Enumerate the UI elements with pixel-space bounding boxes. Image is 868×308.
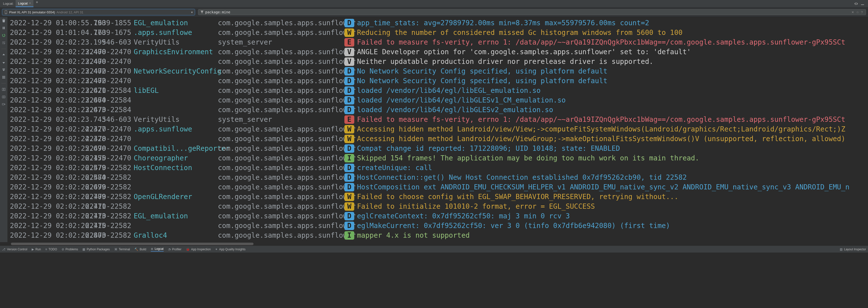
log-package: com.google.samples.apps.sunflower [218,95,342,105]
svg-rect-3 [3,27,3,29]
stack-icon[interactable] [2,75,6,79]
svg-rect-8 [2,88,3,91]
log-timestamp: 2022-12-29 02:02:25.690 [10,144,84,153]
log-row[interactable]: 2022-12-29 02:02:26.71522470-22582com.go… [10,221,868,230]
log-package: com.google.samples.apps.sunflower [218,66,342,76]
screenshot-icon[interactable] [2,95,6,99]
tab-label: Logcat [18,1,28,5]
log-row[interactable]: 2022-12-29 02:02:26.69922470-22582com.go… [10,182,868,192]
down-arrow-icon[interactable] [2,60,6,64]
log-tag: EGL_emulation [134,211,218,221]
add-tab-button[interactable]: + [33,0,40,7]
tab-logcat[interactable]: Logcat × [16,0,33,7]
log-package: com.google.samples.apps.sunflower [218,18,342,28]
status-todo[interactable]: ≡TODO [45,248,57,251]
log-row[interactable]: 2022-12-29 02:02:25.69022470-22470Compat… [10,144,868,153]
log-row[interactable]: 2022-12-29 02:02:23.743546-603VerityUtil… [10,115,868,124]
log-pid: 22470-22470 [84,76,134,86]
log-package: com.google.samples.apps.sunflower [218,192,342,202]
log-row[interactable]: 2022-12-29 02:02:23.199546-603VerityUtil… [10,37,868,47]
log-level-badge: D [344,96,355,104]
status-appinspect[interactable]: 🐞App Inspection [186,248,211,251]
log-area: 2022-12-29 01:00:55.7901639-1855EGL_emul… [0,17,868,242]
split-icon[interactable] [2,87,6,91]
log-pid: 22470-22582 [84,173,134,182]
log-message: Neither updatable production driver nor … [357,57,868,66]
log-level-badge: D [344,77,355,85]
log-package: com.google.samples.apps.sunflower [218,182,342,192]
log-row[interactable]: 2022-12-29 02:02:26.57922470-22582HostCo… [10,163,868,173]
device-selector[interactable]: Pixel XL API 31 (emulator-5554) Android … [2,9,195,16]
log-row[interactable]: 2022-12-29 02:02:23.66422470-22584com.go… [10,95,868,105]
status-logcat[interactable]: ≣Logcat [151,247,164,251]
filter-input[interactable] [205,10,850,14]
log-package: system_server [218,115,342,124]
log-row[interactable]: 2022-12-29 02:02:23.40022470-22470com.go… [10,57,868,66]
log-row[interactable]: 2022-12-29 02:02:26.80322470-22582Grallo… [10,230,868,240]
log-pid: 22470-22582 [84,182,134,192]
status-problems[interactable]: ⊘Problems [62,248,78,251]
trash-icon[interactable] [2,19,6,23]
scroll-end-icon[interactable] [2,68,6,72]
horizontal-scrollbar[interactable] [10,242,868,246]
restart-icon[interactable] [2,33,6,37]
status-appquality[interactable]: ✶App Quality Insights [215,248,246,251]
filter-bar: Pixel XL API 31 (emulator-5554) Android … [0,7,868,17]
log-package: com.google.samples.apps.sunflower [218,144,342,153]
svg-rect-12 [2,103,4,105]
logcat-header: Logcat: Logcat × + [0,0,868,7]
pause-icon[interactable] [2,26,6,30]
record-icon[interactable] [2,102,6,106]
help-icon[interactable]: ? [861,10,863,14]
log-row[interactable]: 2022-12-29 02:02:26.71122470-22582com.go… [10,202,868,211]
log-message: Accessing hidden method Landroid/view/Vi… [357,124,868,134]
log-level-badge: W [344,135,355,143]
log-row[interactable]: 2022-12-29 01:01:04.7701639-1675.apps.su… [10,28,868,37]
log-row[interactable]: 2022-12-29 02:02:26.15522470-22470Choreo… [10,153,868,163]
log-message: Reducing the number of considered missed… [357,28,868,37]
log-message: createUnique: call [357,163,868,173]
wrap-icon[interactable] [2,41,6,45]
log-row[interactable]: 2022-12-29 02:02:26.71322470-22582EGL_em… [10,211,868,221]
log-tag: HostConnection [134,163,218,173]
log-pid: 22470-22470 [84,124,134,134]
log-row[interactable]: 2022-12-29 02:02:23.40222470-22470Networ… [10,66,868,76]
status-pypkg[interactable]: ▦Python Packages [83,248,110,251]
status-vcs[interactable]: ⎇Version Control [2,248,27,251]
log-row[interactable]: 2022-12-29 01:00:55.7901639-1855EGL_emul… [10,18,868,28]
log-package: com.google.samples.apps.sunflower [218,153,342,163]
log-row[interactable]: 2022-12-29 02:02:24.32722470-22470.apps.… [10,124,868,134]
log-row[interactable]: 2022-12-29 02:02:23.40222470-22470com.go… [10,76,868,86]
log-row[interactable]: 2022-12-29 02:02:23.62122470-22584libEGL… [10,86,868,95]
status-build[interactable]: 🔨Build [134,248,146,251]
log-row[interactable]: 2022-12-29 02:02:26.70922470-22582OpenGL… [10,192,868,202]
log-table[interactable]: 2022-12-29 01:00:55.7901639-1855EGL_emul… [7,17,868,242]
up-arrow-icon[interactable] [2,53,6,57]
minimize-icon[interactable] [861,2,865,6]
log-row[interactable]: 2022-12-29 02:02:23.40022470-22470Graphi… [10,47,868,57]
clear-icon[interactable]: ✕ [851,10,854,14]
log-message: Compat change id reported: 171228096; UI… [357,144,868,153]
funnel-icon [200,10,204,14]
status-run[interactable]: ▶Run [32,248,41,251]
status-profiler[interactable]: ◔Profiler [168,248,182,251]
log-row[interactable]: 2022-12-29 02:02:26.58422470-22582com.go… [10,173,868,182]
log-timestamp: 2022-12-29 02:02:23.400 [10,47,84,57]
close-icon[interactable]: × [29,1,31,5]
log-level-badge: D [344,212,355,220]
filter-field[interactable]: ✕ ☆ ? [198,9,866,15]
gear-icon[interactable] [854,2,858,6]
log-row[interactable]: 2022-12-29 02:02:23.67322470-22584com.go… [10,105,868,115]
log-package: com.google.samples.apps.sunflower [218,47,342,57]
star-icon[interactable]: ☆ [856,10,859,14]
log-message: HostConnection::get() New Host Connectio… [357,173,868,182]
log-timestamp: 2022-12-29 02:02:23.743 [10,115,84,124]
log-pid: 22470-22584 [84,86,134,95]
log-level-badge: D [344,67,355,75]
scrollbar-thumb[interactable] [11,243,253,245]
log-package: com.google.samples.apps.sunflower [218,211,342,221]
log-timestamp: 2022-12-29 02:02:23.402 [10,76,84,86]
status-layout-inspector[interactable]: ▧Layout Inspector [840,248,866,251]
status-terminal[interactable]: ⌘Terminal [114,248,130,251]
log-row[interactable]: 2022-12-29 02:02:24.32822470-22470com.go… [10,134,868,144]
